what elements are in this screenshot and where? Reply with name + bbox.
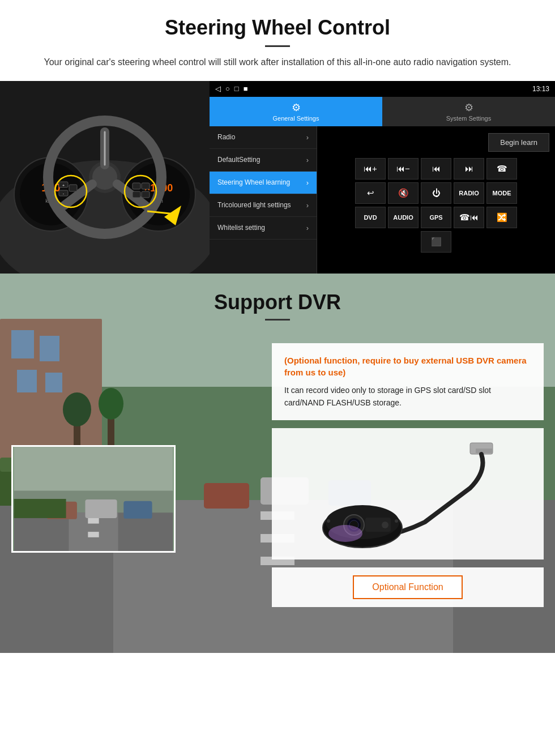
controls-row-2: ↩ 🔇 ⏻ RADIO MODE	[321, 182, 552, 204]
svg-rect-62	[476, 449, 493, 453]
status-icons: ◁ ○ □ ■	[215, 84, 248, 93]
power-btn[interactable]: ⏻	[421, 182, 451, 204]
header-section: Steering Wheel Control Your original car…	[0, 0, 555, 81]
settings-tabs: ⚙ General Settings ⚙ System Settings	[210, 97, 555, 126]
svg-rect-55	[88, 518, 99, 523]
mute-btn[interactable]: 🔇	[388, 182, 419, 204]
mode-btn[interactable]: MODE	[486, 182, 517, 204]
dvr-header: Support DVR	[0, 274, 555, 332]
dvr-body: (Optional function, require to buy exter…	[0, 332, 555, 619]
optional-function-box: Optional Function	[272, 567, 544, 607]
begin-learn-button[interactable]: Begin learn	[488, 133, 549, 152]
steering-wheel-section: 140 km/h ×1000 rpm + -	[0, 81, 555, 274]
menu-item-whitelist[interactable]: Whitelist setting ›	[210, 217, 317, 240]
camera-svg	[311, 437, 504, 550]
shuffle-next-btn[interactable]: 🔀	[486, 207, 517, 228]
dvr-description-text: It can record video only to storage in G…	[284, 384, 531, 409]
menu-tricolour-label: Tricoloured light settings	[217, 201, 291, 209]
dvr-title-divider	[265, 319, 290, 321]
extra-btn[interactable]: ⬛	[421, 231, 451, 253]
dvr-right-panel: (Optional function, require to buy exter…	[272, 343, 544, 608]
vol-down-btn[interactable]: ⏮−	[388, 158, 419, 180]
menu-item-default[interactable]: DefaultSetting ›	[210, 149, 317, 172]
tab-system-label: System Settings	[446, 115, 491, 122]
begin-learn-row: Begin learn	[321, 130, 552, 155]
svg-rect-27	[142, 191, 150, 198]
chevron-right-icon: ›	[306, 156, 309, 164]
recent-icon: □	[234, 84, 239, 93]
svg-text:+: +	[62, 183, 65, 187]
menu-list: Radio › DefaultSetting › Steering Wheel …	[210, 126, 317, 274]
gear-icon: ⚙	[292, 101, 301, 114]
svg-point-70	[327, 519, 330, 523]
svg-rect-26	[133, 191, 140, 198]
panel-body: Radio › DefaultSetting › Steering Wheel …	[210, 126, 555, 274]
title-divider	[265, 45, 290, 47]
svg-rect-56	[88, 532, 99, 537]
chevron-right-icon: ›	[306, 201, 309, 210]
menu-item-steering[interactable]: Steering Wheel learning ›	[210, 172, 317, 194]
tab-general-label: General Settings	[273, 115, 319, 122]
hangup-btn[interactable]: ↩	[355, 182, 386, 204]
controls-panel: Begin learn ⏮+ ⏮− ⏮ ⏭ ☎ ↩ 🔇 ⏻ RADIO MODE	[317, 126, 555, 274]
svg-rect-58	[85, 499, 117, 518]
status-time: 13:13	[532, 85, 549, 93]
menu-radio-label: Radio	[217, 133, 235, 141]
phone-btn[interactable]: ☎	[486, 158, 517, 180]
menu-default-label: DefaultSetting	[217, 156, 260, 164]
dvr-inset-image	[11, 445, 176, 553]
dvd-btn[interactable]: DVD	[355, 207, 386, 228]
system-icon: ⚙	[464, 101, 473, 114]
svg-rect-60	[14, 499, 66, 518]
svg-rect-59	[123, 501, 152, 518]
svg-rect-52	[14, 447, 173, 490]
chevron-right-icon: ›	[306, 178, 309, 187]
dvr-title: Support DVR	[11, 291, 544, 314]
radio-btn[interactable]: RADIO	[454, 182, 484, 204]
dvr-optional-text: (Optional function, require to buy exter…	[284, 354, 531, 378]
chevron-right-icon: ›	[306, 224, 309, 232]
tab-general-settings[interactable]: ⚙ General Settings	[210, 97, 382, 126]
controls-row-4: ⬛	[321, 231, 552, 253]
chevron-right-icon: ›	[306, 133, 309, 142]
home-icon: ○	[225, 84, 230, 93]
gps-btn[interactable]: GPS	[421, 207, 451, 228]
svg-rect-24	[133, 183, 140, 189]
page-title: Steering Wheel Control	[34, 16, 521, 40]
svg-rect-25	[142, 183, 150, 189]
svg-rect-22	[69, 185, 77, 191]
dvr-camera-image	[272, 428, 544, 559]
audio-btn[interactable]: AUDIO	[388, 207, 419, 228]
status-bar: ◁ ○ □ ■ 13:13	[210, 81, 555, 97]
subtitle-text: Your original car's steering wheel contr…	[34, 55, 521, 70]
vol-up-btn[interactable]: ⏮+	[355, 158, 386, 180]
dvr-info-box: (Optional function, require to buy exter…	[272, 343, 544, 421]
android-panel: ◁ ○ □ ■ 13:13 ⚙ General Settings ⚙ Syste…	[210, 81, 555, 274]
optional-function-button[interactable]: Optional Function	[353, 575, 462, 599]
back-icon: ◁	[215, 84, 221, 93]
menu-item-radio[interactable]: Radio ›	[210, 126, 317, 149]
prev-btn[interactable]: ⏮	[421, 158, 451, 180]
menu-steering-label: Steering Wheel learning	[217, 178, 290, 186]
phone-prev-btn[interactable]: ☎⏮	[454, 207, 484, 228]
svg-point-71	[395, 519, 398, 523]
svg-point-72	[328, 525, 362, 542]
menu-icon: ■	[244, 84, 248, 93]
menu-whitelist-label: Whitelist setting	[217, 224, 265, 232]
tab-system-settings[interactable]: ⚙ System Settings	[382, 97, 555, 126]
dvr-section: Support DVR	[0, 274, 555, 653]
menu-item-tricolour[interactable]: Tricoloured light settings ›	[210, 194, 317, 217]
dvr-left-panel	[11, 343, 272, 598]
controls-row-1: ⏮+ ⏮− ⏮ ⏭ ☎	[321, 158, 552, 180]
svg-point-69	[382, 522, 388, 528]
controls-row-3: DVD AUDIO GPS ☎⏮ 🔀	[321, 207, 552, 228]
steering-wheel-image: 140 km/h ×1000 rpm + -	[0, 81, 210, 274]
dvr-content: Support DVR	[0, 274, 555, 619]
next-btn[interactable]: ⏭	[454, 158, 484, 180]
